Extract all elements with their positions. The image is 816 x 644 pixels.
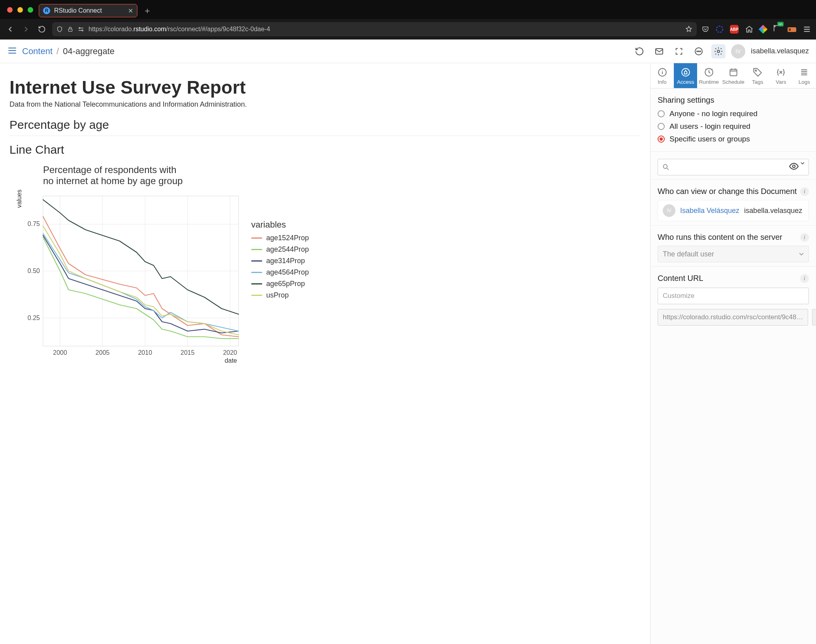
- doc-h1: Internet Use Survey Report: [9, 77, 641, 98]
- panel-tab-schedule[interactable]: Schedule: [720, 63, 746, 88]
- pocket-icon[interactable]: [701, 25, 709, 33]
- breadcrumb-sep: /: [56, 46, 59, 56]
- color-picker-icon[interactable]: [759, 25, 768, 34]
- translate-icon[interactable]: on: [773, 24, 781, 34]
- refresh-content-button[interactable]: [632, 44, 647, 58]
- legend-item: age2544Prop: [251, 245, 309, 254]
- tab-title: RStudio Connect: [54, 7, 102, 14]
- abp-icon[interactable]: ABP: [730, 25, 739, 34]
- reload-button[interactable]: [36, 24, 47, 35]
- favicon-icon: R: [43, 7, 50, 14]
- search-icon: [662, 163, 670, 171]
- address-row: https://colorado.rstudio.com/rsc/connect…: [0, 19, 816, 40]
- runas-section: Who runs this content on the server i Th…: [651, 226, 816, 267]
- container-icon[interactable]: [788, 26, 796, 32]
- legend-item: age314Prop: [251, 257, 309, 265]
- viewers-heading: Who can view or change this Document: [658, 187, 797, 196]
- viewers-section: Who can view or change this Document i I…: [651, 180, 816, 226]
- minimize-window-icon[interactable]: [17, 7, 23, 13]
- panel-tab-access[interactable]: Access: [674, 63, 697, 88]
- svg-rect-5: [789, 28, 791, 31]
- panel-tabs: InfoAccessRuntimeScheduleTagsVarsLogs: [651, 63, 816, 89]
- forward-button[interactable]: [21, 24, 32, 35]
- sharing-option-2[interactable]: Specific users or groups: [658, 135, 809, 143]
- breadcrumb-content-link[interactable]: Content: [22, 46, 53, 56]
- ublock-icon[interactable]: [716, 25, 724, 33]
- runas-heading: Who runs this content on the server: [658, 233, 782, 242]
- viewer-name-link[interactable]: Isabella Velásquez: [680, 207, 739, 215]
- svg-text:no internet at home by age gro: no internet at home by age group: [43, 175, 183, 186]
- svg-text:2000: 2000: [53, 349, 67, 356]
- legend-item: usProp: [251, 291, 309, 299]
- viewer-row: IV Isabella Velásquez isabella.velasquez: [658, 200, 809, 221]
- info-icon[interactable]: i: [800, 187, 809, 196]
- svg-point-9: [698, 51, 699, 52]
- sharing-heading: Sharing settings: [658, 96, 809, 105]
- svg-text:2005: 2005: [96, 349, 110, 356]
- runas-value: The default user: [663, 250, 714, 258]
- panel-tab-tags[interactable]: Tags: [746, 63, 769, 88]
- url-section: Content URL i Customize https://colorado…: [651, 267, 816, 330]
- close-window-icon[interactable]: [7, 7, 13, 13]
- svg-text:0.75: 0.75: [28, 220, 40, 227]
- bookmark-star-icon[interactable]: [685, 25, 693, 33]
- chart: Percentage of respondents withno interne…: [9, 160, 641, 366]
- svg-point-34: [682, 68, 690, 76]
- browser-tab[interactable]: R RStudio Connect ✕: [39, 4, 137, 17]
- sharing-option-1[interactable]: All users - login required: [658, 122, 809, 131]
- lock-icon: [67, 26, 73, 32]
- customize-url-input[interactable]: Customize: [658, 288, 809, 304]
- info-icon[interactable]: i: [800, 233, 809, 242]
- settings-panel: InfoAccessRuntimeScheduleTagsVarsLogs Sh…: [650, 63, 816, 644]
- hamburger-menu-icon[interactable]: [803, 25, 811, 34]
- legend-item: age4564Prop: [251, 268, 309, 277]
- more-button[interactable]: [692, 44, 706, 58]
- visibility-toggle-icon[interactable]: [789, 161, 805, 173]
- svg-rect-0: [68, 29, 72, 31]
- svg-point-2: [82, 30, 83, 31]
- shield-icon: [56, 26, 63, 33]
- avatar[interactable]: IV: [731, 44, 745, 58]
- svg-text:2015: 2015: [180, 349, 195, 356]
- new-tab-button[interactable]: ＋: [137, 5, 157, 17]
- sharing-section: Sharing settings Anyone - no login requi…: [651, 89, 816, 152]
- svg-rect-36: [730, 69, 737, 75]
- close-tab-icon[interactable]: ✕: [128, 7, 133, 15]
- url-text: https://colorado.rstudio.com/rsc/connect…: [88, 26, 270, 33]
- radio-icon: [658, 136, 665, 143]
- panel-tab-info[interactable]: Info: [651, 63, 674, 88]
- zoom-window-icon[interactable]: [28, 7, 33, 13]
- email-button[interactable]: [652, 44, 666, 58]
- back-button[interactable]: [5, 24, 16, 35]
- svg-text:date: date: [225, 357, 237, 364]
- user-search-input[interactable]: [658, 159, 809, 175]
- line-chart-svg: Percentage of respondents withno interne…: [9, 160, 243, 366]
- expand-button[interactable]: [672, 44, 686, 58]
- settings-button[interactable]: [711, 44, 726, 58]
- home-icon[interactable]: [745, 25, 754, 34]
- chevron-down-icon: [799, 252, 804, 256]
- sidebar-toggle-icon[interactable]: [7, 45, 17, 57]
- breadcrumb: Content / 04-aggregate: [22, 46, 115, 56]
- section-age: Percentage by age: [9, 118, 641, 132]
- content-url-display: https://colorado.rstudio.com/rsc/content…: [658, 309, 808, 326]
- info-icon[interactable]: i: [800, 274, 809, 283]
- viewer-handle: isabella.velasquez: [744, 207, 802, 215]
- runas-select[interactable]: The default user: [658, 246, 809, 262]
- panel-tab-vars[interactable]: Vars: [769, 63, 793, 88]
- panel-tab-runtime[interactable]: Runtime: [697, 63, 720, 88]
- svg-text:0.50: 0.50: [28, 267, 40, 274]
- svg-point-38: [663, 164, 667, 168]
- tab-strip: R RStudio Connect ✕ ＋: [0, 0, 816, 19]
- url-heading: Content URL: [658, 274, 703, 283]
- panel-tab-logs[interactable]: Logs: [793, 63, 816, 88]
- permissions-icon: [77, 26, 85, 33]
- url-bar[interactable]: https://colorado.rstudio.com/rsc/connect…: [52, 22, 697, 36]
- viewer-avatar: IV: [663, 204, 675, 217]
- divider: [9, 136, 641, 136]
- svg-point-11: [717, 50, 720, 53]
- copy-button[interactable]: Copy: [812, 309, 816, 326]
- window-controls: [4, 7, 39, 14]
- sharing-option-0[interactable]: Anyone - no login required: [658, 109, 809, 118]
- legend-item: age65pProp: [251, 280, 309, 288]
